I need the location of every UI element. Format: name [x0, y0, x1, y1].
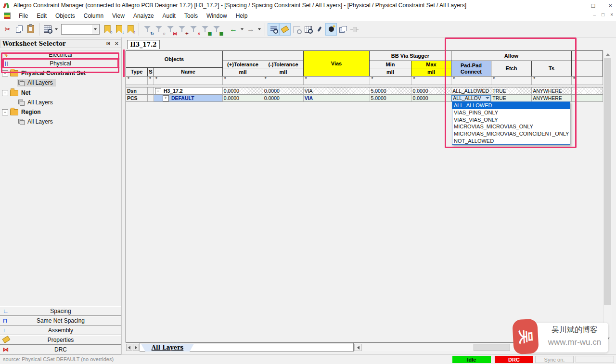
- dropdown-option[interactable]: VIAS_VIAS_ONLY: [452, 116, 570, 123]
- filter-cell[interactable]: *: [491, 76, 532, 85]
- assembly-button[interactable]: ∟ Assembly: [0, 326, 121, 335]
- tab-all-layers[interactable]: All Layers: [141, 344, 194, 351]
- column-header-minus-tolerance[interactable]: (-)Tolerance: [263, 61, 304, 68]
- child-minimize-icon[interactable]: –: [593, 12, 596, 17]
- filter-cell[interactable]: *: [223, 76, 263, 85]
- column-header-vias[interactable]: Vias: [304, 51, 370, 76]
- dropdown-option[interactable]: VIAS_PINS_ONLY: [452, 109, 570, 116]
- cell-name[interactable]: − H3_17.2: [154, 88, 223, 95]
- spreadsheet-view-button[interactable]: [302, 23, 314, 36]
- find-worksheet-button[interactable]: [42, 23, 53, 36]
- sidebar-item-physical[interactable]: Physical: [0, 59, 120, 68]
- child-close-icon[interactable]: ×: [610, 12, 613, 17]
- hierarchy-view-button[interactable]: [291, 23, 302, 36]
- bookmark-zoom-button[interactable]: ○: [102, 23, 113, 36]
- pad-pad-connect-combobox[interactable]: ALL_ALLOV: [451, 95, 491, 101]
- cell-blank[interactable]: [572, 88, 603, 95]
- tab-scroll-left-button[interactable]: [126, 344, 132, 351]
- combobox-drop-button[interactable]: [92, 25, 99, 34]
- menu-view[interactable]: View: [108, 11, 129, 21]
- expand-icon[interactable]: +: [163, 95, 169, 101]
- back-button[interactable]: ←: [228, 23, 239, 36]
- cell-etch[interactable]: TRUE: [491, 88, 532, 95]
- tree-item-physical-constraint-set[interactable]: − Physical Constraint Set: [2, 69, 86, 77]
- filter-cell[interactable]: *: [572, 76, 603, 85]
- cell-name-selected[interactable]: + DEFAULT: [154, 95, 223, 102]
- cell-plus-tolerance[interactable]: 0.0000: [223, 95, 263, 102]
- find-menu-button[interactable]: [53, 23, 59, 36]
- filter-apply-table-button[interactable]: ▦: [199, 23, 211, 36]
- collapse-icon[interactable]: −: [2, 90, 8, 96]
- cell-type[interactable]: Dsn: [126, 88, 148, 95]
- cell-pad-pad-connect[interactable]: ALL_ALLOWED: [451, 88, 491, 95]
- close-icon[interactable]: ×: [608, 2, 612, 9]
- back-menu-button[interactable]: [239, 23, 245, 36]
- filter-refresh-button[interactable]: ↻: [141, 23, 153, 36]
- tree-item-region[interactable]: − Region: [2, 108, 41, 116]
- panel-close-icon[interactable]: ×: [115, 40, 119, 47]
- menu-column[interactable]: Column: [79, 11, 108, 21]
- child-restore-icon[interactable]: □: [602, 12, 604, 17]
- cell-blank[interactable]: [572, 95, 603, 102]
- cell-vias[interactable]: VIA: [304, 95, 370, 102]
- tree-item-all-layers-pcs[interactable]: All Layers: [17, 78, 56, 87]
- paste-button[interactable]: [25, 23, 37, 36]
- sidebar-item-electrical[interactable]: ↯ Electrical: [0, 50, 120, 59]
- filter-cell[interactable]: *: [304, 76, 370, 85]
- restore-icon[interactable]: □: [591, 2, 595, 9]
- cell-s[interactable]: [148, 88, 154, 95]
- cut-button[interactable]: ✂: [2, 23, 13, 36]
- spacing-button[interactable]: ∟ Spacing: [0, 306, 121, 316]
- filter-cell[interactable]: *: [370, 76, 412, 85]
- dropdown-option[interactable]: NOT_ALLOWED: [452, 137, 570, 144]
- menu-audit[interactable]: Audit: [158, 11, 180, 21]
- cell-bb-max[interactable]: 0.0000: [411, 88, 451, 95]
- column-header-max[interactable]: Max: [411, 61, 451, 68]
- search-combobox[interactable]: [61, 24, 100, 35]
- dropdown-option[interactable]: MICROVIAS_MICROVIAS_ONLY: [452, 123, 570, 130]
- cell-ts[interactable]: ANYWHERE: [532, 88, 572, 95]
- measure-button[interactable]: [348, 23, 360, 36]
- status-drc-badge[interactable]: DRC: [495, 356, 533, 363]
- column-header-pad-pad-connect[interactable]: Pad-Pad Connect: [451, 61, 491, 76]
- filter-cell[interactable]: *: [532, 76, 572, 85]
- filter-cell[interactable]: *: [148, 76, 154, 85]
- cell-bb-min[interactable]: 5.0000: [370, 88, 412, 95]
- filter-clear-button[interactable]: ×: [188, 23, 199, 36]
- forward-button[interactable]: →: [245, 23, 257, 36]
- forward-menu-button[interactable]: [257, 23, 262, 36]
- dropdown-option[interactable]: MICROVIAS_MICROVIAS_COINCIDENT_ONLY: [452, 130, 570, 138]
- filter-cell[interactable]: *: [263, 76, 304, 85]
- column-header-s[interactable]: S: [148, 68, 154, 76]
- filter-cell[interactable]: *: [126, 76, 148, 85]
- minimize-icon[interactable]: –: [574, 2, 578, 9]
- hscroll-left-button[interactable]: [354, 344, 362, 351]
- column-header-name[interactable]: Name: [154, 68, 223, 76]
- menu-analyze[interactable]: Analyze: [129, 11, 158, 21]
- filter-new-table-button[interactable]: ▦: [211, 23, 222, 36]
- cell-minus-tolerance[interactable]: 0.0000: [263, 88, 304, 95]
- menu-help[interactable]: Help: [231, 11, 252, 21]
- tab-scroll-right-button[interactable]: [133, 344, 139, 351]
- filter-cell[interactable]: *: [451, 76, 491, 85]
- tree-item-all-layers-region[interactable]: All Layers: [17, 117, 56, 126]
- drc-button[interactable]: ⋈ DRC: [0, 345, 121, 354]
- filter-bowtie-button[interactable]: ⋈: [165, 23, 176, 36]
- cell-s[interactable]: [148, 95, 154, 102]
- scrollbar-thumb[interactable]: [474, 344, 510, 351]
- menu-edit[interactable]: Edit: [32, 11, 51, 21]
- menu-window[interactable]: Window: [202, 11, 231, 21]
- cell-ts[interactable]: ANYWHERE: [532, 95, 572, 102]
- cell-etch[interactable]: TRUE: [491, 95, 532, 102]
- menu-tools[interactable]: Tools: [180, 11, 202, 21]
- tree-item-net[interactable]: − Net: [2, 88, 30, 97]
- column-header-allow[interactable]: Allow: [451, 51, 572, 61]
- bookmark-previous-button[interactable]: ↑: [125, 23, 136, 36]
- tree-item-all-layers-net[interactable]: All Layers: [17, 98, 56, 107]
- filter-circle-button[interactable]: ○: [153, 23, 165, 36]
- scroll-up-button[interactable]: [603, 50, 612, 58]
- collapse-icon[interactable]: −: [2, 70, 8, 76]
- filter-pin-button[interactable]: ✦: [176, 23, 188, 36]
- column-header-ts[interactable]: Ts: [532, 61, 572, 76]
- cross-probe-button[interactable]: [314, 23, 325, 36]
